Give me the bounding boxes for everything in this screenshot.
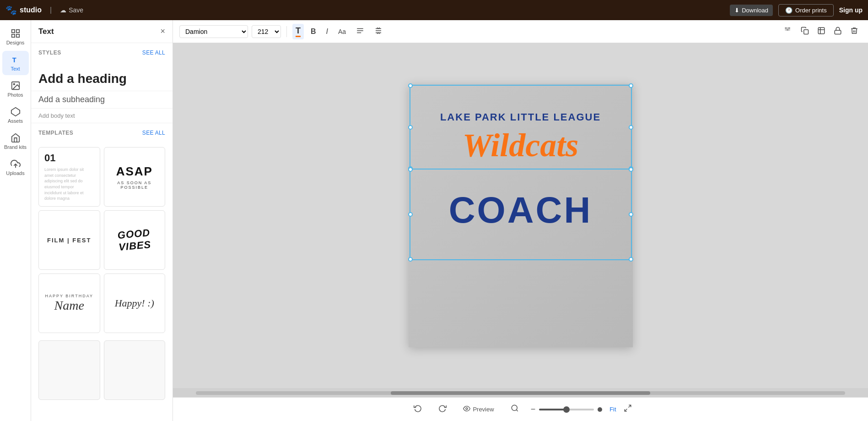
upload-icon	[11, 159, 21, 169]
spacing-icon	[374, 27, 383, 37]
arrange-button[interactable]	[814, 24, 829, 39]
styles-section: STYLES SEE ALL	[31, 43, 173, 67]
zoom-fit-button[interactable]: Fit	[609, 406, 616, 413]
zoom-expand-button[interactable]	[624, 404, 632, 415]
download-button[interactable]: ⬇ Download	[730, 5, 773, 16]
canvas-wildcats-text[interactable]: Wildcats	[409, 127, 633, 164]
handle-bl[interactable]	[408, 166, 413, 171]
zoom-control: −	[531, 405, 603, 414]
redo-button[interactable]	[434, 401, 451, 417]
undo-button[interactable]	[409, 401, 426, 417]
canvas-wrapper: Damion 212 T B I Aa	[173, 20, 868, 421]
svg-rect-25	[835, 30, 841, 34]
template-goodvibes[interactable]: GOODVIBES	[104, 210, 166, 270]
zoom-in-button[interactable]	[506, 401, 523, 417]
svg-line-29	[628, 405, 631, 407]
checkerboard-button[interactable]	[781, 24, 796, 39]
font-size-select[interactable]: 212	[252, 25, 281, 38]
lock-icon	[834, 27, 842, 37]
templates-header: TEMPLATES SEE ALL	[38, 130, 165, 136]
download-icon: ⬇	[734, 7, 739, 14]
text-color-icon: T	[296, 26, 301, 37]
redo-icon	[438, 404, 447, 415]
scrollbar-track	[196, 391, 845, 395]
sidebar-item-label-brand: Brand kits	[4, 144, 27, 150]
template-numbered[interactable]: 01 Lorem ipsum dolor sit amet consectetu…	[38, 147, 100, 207]
canvas-league-text[interactable]: LAKE PARK LITTLE LEAGUE	[409, 111, 633, 123]
zoom-slider[interactable]	[539, 409, 594, 410]
handle-bl-tr[interactable]	[629, 167, 633, 172]
save-button[interactable]: ☁ Save	[60, 6, 83, 14]
handle-bl-bl[interactable]	[408, 257, 413, 262]
sidebar-item-uploads[interactable]: Uploads	[2, 155, 29, 180]
template-asap-sub: AS SOON AS POSSIBLE	[104, 180, 165, 190]
svg-point-27	[512, 405, 517, 410]
sidebar-item-photos[interactable]: Photos	[2, 77, 29, 101]
sidebar-item-brand[interactable]: Brand kits	[2, 129, 29, 153]
sidebar-item-designs[interactable]: Designs	[2, 25, 29, 49]
duplicate-button[interactable]	[798, 24, 812, 39]
text-color-button[interactable]: T	[292, 24, 304, 39]
topbar-divider: |	[50, 6, 52, 14]
template-birthday[interactable]: HAPPY BIRTHDAY Name	[38, 273, 100, 333]
close-panel-button[interactable]: ×	[160, 27, 165, 36]
template-extra-1[interactable]	[38, 340, 100, 400]
templates-see-all[interactable]: SEE ALL	[142, 130, 165, 136]
styles-section-title: STYLES	[38, 49, 61, 56]
sidebar-item-label-designs: Designs	[6, 40, 25, 45]
canvas-coach-text[interactable]: COACH	[409, 189, 633, 231]
toolbar: Damion 212 T B I Aa	[173, 20, 868, 43]
template-asap[interactable]: ASAP AS SOON AS POSSIBLE	[104, 147, 166, 207]
canvas-area: LAKE PARK LITTLE LEAGUE Wildcats COACH	[173, 43, 868, 421]
delete-icon	[850, 27, 858, 37]
add-body-button[interactable]: Add body text	[31, 108, 173, 123]
handle-tl[interactable]	[408, 83, 413, 88]
add-subheading-button[interactable]: Add a subheading	[31, 91, 173, 108]
canvas-scrollbar[interactable]	[173, 388, 868, 397]
bottom-toolbar: Preview − Fit	[173, 397, 868, 421]
bold-icon: B	[311, 27, 316, 36]
svg-rect-17	[788, 27, 790, 29]
handle-br[interactable]	[629, 166, 633, 171]
preview-button[interactable]: Preview	[458, 403, 498, 416]
panel-title: Text	[38, 27, 54, 36]
toolbar-right-icons	[781, 24, 862, 39]
scrollbar-thumb[interactable]	[391, 391, 651, 395]
icon-sidebar: Designs T Text Photos Assets	[0, 20, 31, 421]
design-canvas[interactable]: LAKE PARK LITTLE LEAGUE Wildcats COACH	[409, 84, 633, 347]
handle-tr[interactable]	[629, 83, 633, 88]
bold-button[interactable]: B	[307, 25, 319, 38]
sidebar-item-text[interactable]: T Text	[2, 51, 29, 75]
align-button[interactable]	[353, 24, 367, 39]
order-prints-button[interactable]: 🕐 Order prints	[778, 4, 834, 16]
canvas-container[interactable]: LAKE PARK LITTLE LEAGUE Wildcats COACH	[173, 43, 868, 388]
text-panel: Text × STYLES SEE ALL Add a heading Add …	[31, 20, 173, 421]
spacing-button[interactable]	[371, 24, 386, 39]
svg-text:T: T	[12, 56, 16, 64]
signup-button[interactable]: Sign up	[839, 6, 863, 14]
font-family-select[interactable]: Damion	[179, 25, 248, 38]
sidebar-item-assets[interactable]: Assets	[2, 103, 29, 127]
templates-section: TEMPLATES SEE ALL	[31, 123, 173, 147]
handle-bl-tl[interactable]	[408, 167, 413, 172]
svg-rect-18	[785, 29, 787, 31]
template-extra-2[interactable]	[104, 340, 166, 400]
case-button[interactable]: Aa	[335, 26, 349, 38]
delete-button[interactable]	[847, 24, 862, 39]
search-icon	[511, 404, 519, 415]
italic-button[interactable]: I	[323, 25, 331, 38]
svg-line-28	[516, 410, 518, 411]
lock-button[interactable]	[830, 24, 845, 39]
undo-icon	[414, 404, 422, 415]
handle-bl-br[interactable]	[629, 257, 633, 262]
template-goodvibes-text: GOODVIBES	[117, 227, 151, 253]
arrange-icon	[817, 27, 825, 37]
styles-see-all[interactable]: SEE ALL	[142, 49, 165, 56]
case-icon: Aa	[338, 28, 346, 35]
logo: 🐾 studio	[5, 5, 42, 16]
italic-icon: I	[326, 27, 328, 36]
diamond-icon	[11, 107, 21, 117]
template-happy[interactable]: Happy! :)	[104, 273, 166, 333]
template-film[interactable]: FILM | FEST	[38, 210, 100, 270]
add-heading-button[interactable]: Add a heading	[31, 67, 173, 91]
